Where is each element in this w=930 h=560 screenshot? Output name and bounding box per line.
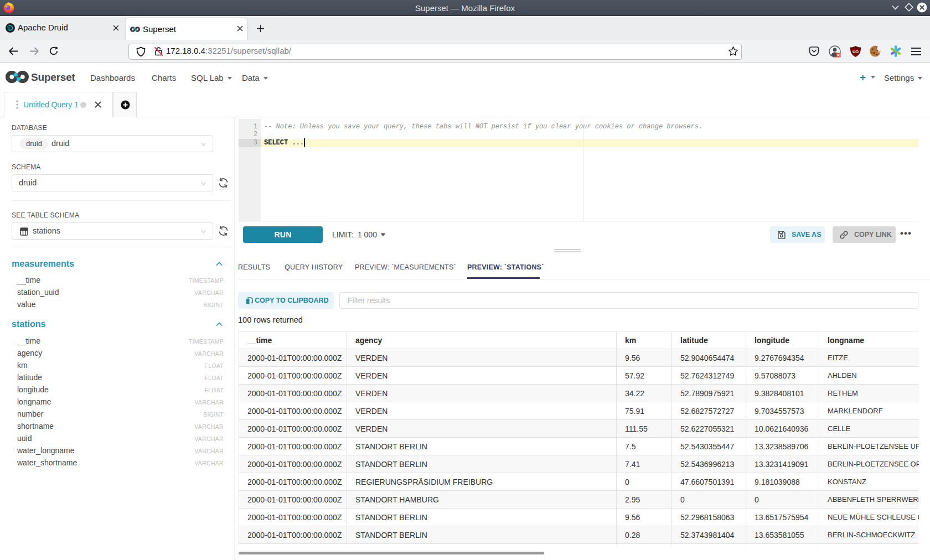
- svg-text:UO: UO: [852, 49, 859, 54]
